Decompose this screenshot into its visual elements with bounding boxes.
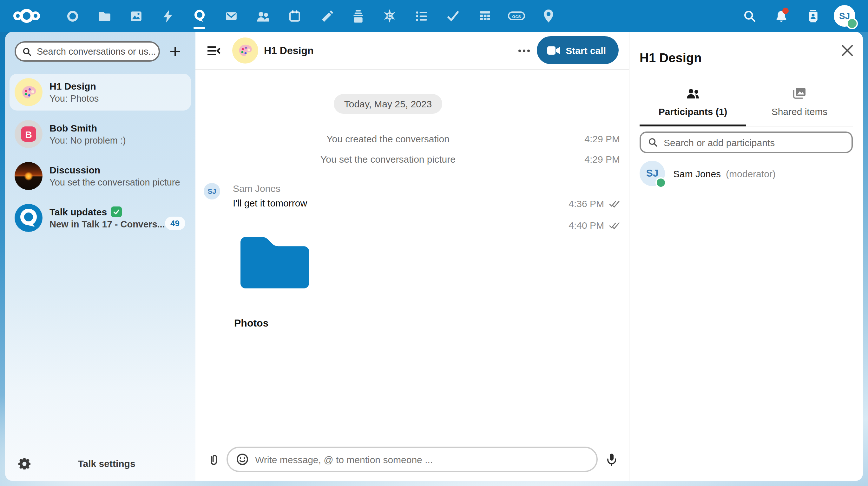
tab-label: Shared items xyxy=(772,106,828,118)
photos-icon[interactable] xyxy=(120,0,152,32)
nextcloud-talk-app: C ocs xyxy=(0,0,868,486)
conversation-menu-icon[interactable] xyxy=(516,42,532,59)
calendar-icon[interactable] xyxy=(279,0,310,32)
search-icon xyxy=(648,137,658,147)
talk-settings-button[interactable]: Talk settings xyxy=(43,458,195,468)
conversation-title: Bob Smith xyxy=(50,122,191,134)
participant-initials: SJ xyxy=(646,168,658,179)
shared-folder-name[interactable]: Photos xyxy=(234,316,269,331)
app-content: H1 Design You: Photos B Bob Smith You: N… xyxy=(5,32,863,481)
participant-row[interactable]: SJ Sam Jones (moderator) xyxy=(640,161,853,186)
palette-icon xyxy=(237,42,253,58)
details-panel-title: H1 Design xyxy=(640,50,702,66)
ocs-icon[interactable]: ocs xyxy=(501,0,532,32)
conversation-last-message: You: No problem :) xyxy=(50,135,126,145)
online-status-dot xyxy=(846,18,858,29)
conversation-title: H1 Design xyxy=(50,80,191,92)
svg-text:ocs: ocs xyxy=(512,13,521,19)
gear-icon xyxy=(18,457,30,469)
palette-icon xyxy=(20,84,37,101)
message-composer xyxy=(195,438,629,481)
bookmark-avatar: B xyxy=(14,120,42,148)
new-conversation-button[interactable] xyxy=(161,37,189,65)
message-time: 4:29 PM xyxy=(584,155,620,164)
attachment-paperclip-icon[interactable] xyxy=(206,453,220,467)
tasks-list-icon[interactable] xyxy=(405,0,437,32)
palette-avatar xyxy=(14,78,42,106)
participants-search-input[interactable] xyxy=(662,136,851,148)
conversation-title: Discussion xyxy=(50,164,191,176)
shared-items-icon xyxy=(792,86,807,101)
participant-name: Sam Jones xyxy=(673,168,721,179)
notification-dot xyxy=(782,8,789,14)
contacts-icon[interactable] xyxy=(247,0,279,32)
talk-icon[interactable] xyxy=(183,0,215,32)
emoji-picker-icon[interactable] xyxy=(236,452,249,466)
sunset-photo-avatar xyxy=(14,162,42,190)
participant-role: (moderator) xyxy=(726,168,776,179)
conversation-name: H1 Design xyxy=(264,32,314,69)
notes-icon[interactable] xyxy=(310,0,342,32)
tab-label: Participants (1) xyxy=(659,106,727,118)
mail-icon[interactable] xyxy=(215,0,247,32)
files-icon[interactable] xyxy=(88,0,120,32)
conversation-last-message: You set the conversation picture xyxy=(50,177,180,187)
conversation-item-bob-smith[interactable]: B Bob Smith You: No problem :) xyxy=(9,116,191,152)
chat-area: H1 Design Start call Today, May 25, 2023… xyxy=(195,32,629,481)
collapse-sidebar-icon[interactable] xyxy=(206,42,222,59)
dashboard-icon[interactable] xyxy=(57,0,88,32)
conversation-last-message: You: Photos xyxy=(50,93,99,103)
tables-icon[interactable] xyxy=(469,0,501,32)
participant-avatar: SJ xyxy=(640,161,665,186)
nextcloud-logo[interactable] xyxy=(10,0,43,32)
read-receipt-icon xyxy=(609,200,620,208)
message-time: 4:40 PM xyxy=(568,221,604,230)
plus-icon xyxy=(169,45,182,58)
message-input[interactable] xyxy=(249,453,596,465)
shared-folder-attachment[interactable] xyxy=(238,232,309,291)
conversation-item-h1-design[interactable]: H1 Design You: Photos xyxy=(9,74,191,111)
notifications-bell-icon[interactable] xyxy=(765,0,797,32)
talk-bubble-icon xyxy=(14,204,42,232)
talk-logo-avatar xyxy=(14,204,42,232)
tab-participants[interactable]: Participants (1) xyxy=(640,86,746,126)
message-time: 4:29 PM xyxy=(584,135,620,144)
video-camera-icon xyxy=(547,46,560,55)
microphone-icon[interactable] xyxy=(605,452,619,466)
user-menu[interactable]: SJ xyxy=(829,0,860,32)
svg-text:C: C xyxy=(388,12,392,19)
collectives-icon[interactable]: C xyxy=(374,0,405,32)
online-status-dot xyxy=(655,177,666,188)
message-group: SJ Sam Jones I'll get it tomorrow 4:36 P… xyxy=(204,182,620,211)
app-menu: C ocs xyxy=(57,0,564,32)
folder-icon xyxy=(238,232,309,291)
tab-shared-items[interactable]: Shared items xyxy=(746,86,853,126)
read-receipt-icon xyxy=(609,222,620,229)
unified-search-icon[interactable] xyxy=(734,0,765,32)
start-call-label: Start call xyxy=(566,45,606,56)
date-separator: Today, May 25, 2023 xyxy=(334,94,442,114)
sidebar-search-row xyxy=(14,41,190,62)
navbar-apps: C ocs xyxy=(0,0,564,32)
sender-avatar: SJ xyxy=(204,183,220,199)
details-tabs: Participants (1) Shared items xyxy=(640,86,853,126)
tasks-check-icon[interactable] xyxy=(437,0,469,32)
sidebar-footer: Talk settings xyxy=(5,445,195,481)
system-message: You set the conversation picture 4:29 PM xyxy=(204,152,620,167)
user-avatar: SJ xyxy=(834,5,855,27)
system-message: You created the conversation 4:29 PM xyxy=(204,132,620,146)
deck-icon[interactable] xyxy=(342,0,374,32)
conversation-search xyxy=(14,41,160,62)
people-icon xyxy=(685,86,701,101)
close-icon[interactable] xyxy=(839,42,855,58)
contacts-menu-icon[interactable] xyxy=(797,0,829,32)
conversations-sidebar: H1 Design You: Photos B Bob Smith You: N… xyxy=(5,32,195,481)
conversation-item-discussion[interactable]: Discussion You set the conversation pict… xyxy=(9,158,191,194)
conversation-item-talk-updates[interactable]: Talk updates New in Talk 17 - Convers...… xyxy=(9,199,191,236)
activity-icon[interactable] xyxy=(152,0,183,32)
message-list: Today, May 25, 2023 You created the conv… xyxy=(195,69,629,438)
conversation-avatar xyxy=(232,37,258,63)
maps-icon[interactable] xyxy=(532,0,564,32)
conversation-search-input[interactable] xyxy=(35,46,159,57)
start-call-button[interactable]: Start call xyxy=(536,36,619,64)
